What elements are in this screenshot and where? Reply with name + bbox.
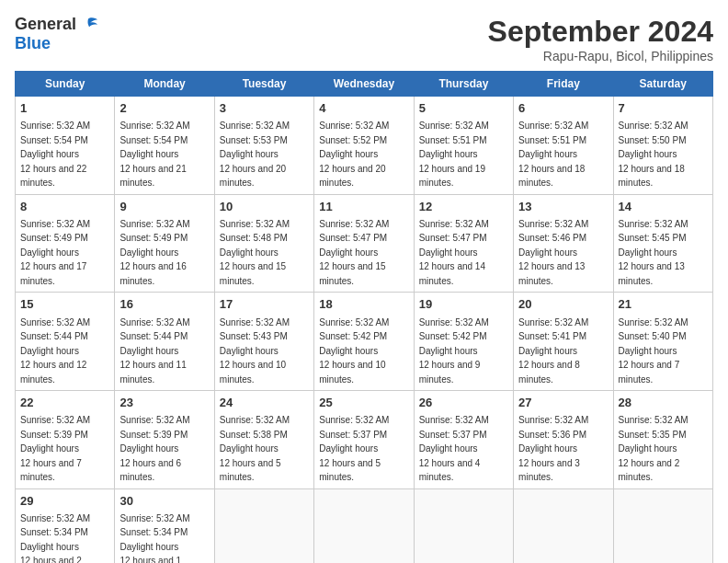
day-info: Sunrise: 5:32 AMSunset: 5:50 PMDaylight … <box>619 121 688 188</box>
calendar-cell <box>314 488 414 563</box>
weekday-header-sunday: Sunday <box>16 72 115 97</box>
day-info: Sunrise: 5:32 AMSunset: 5:41 PMDaylight … <box>518 317 588 385</box>
calendar-cell: 17 Sunrise: 5:32 AMSunset: 5:43 PMDaylig… <box>214 293 313 391</box>
day-number: 28 <box>619 395 708 411</box>
day-info: Sunrise: 5:32 AMSunset: 5:43 PMDaylight … <box>220 317 290 385</box>
day-info: Sunrise: 5:32 AMSunset: 5:38 PMDaylight … <box>220 415 290 482</box>
day-info: Sunrise: 5:32 AMSunset: 5:47 PMDaylight … <box>419 219 489 286</box>
weekday-header-friday: Friday <box>514 72 613 97</box>
day-info: Sunrise: 5:32 AMSunset: 5:45 PMDaylight … <box>619 219 688 286</box>
day-number: 19 <box>419 296 508 313</box>
day-number: 8 <box>20 199 109 215</box>
calendar-week-5: 29 Sunrise: 5:32 AMSunset: 5:34 PMDaylig… <box>16 488 713 563</box>
calendar-cell: 19 Sunrise: 5:32 AMSunset: 5:42 PMDaylig… <box>414 293 513 391</box>
day-info: Sunrise: 5:32 AMSunset: 5:53 PMDaylight … <box>220 121 290 188</box>
calendar-table: SundayMondayTuesdayWednesdayThursdayFrid… <box>15 71 713 563</box>
day-number: 30 <box>119 493 209 510</box>
calendar-week-4: 22 Sunrise: 5:32 AMSunset: 5:39 PMDaylig… <box>16 391 713 489</box>
day-number: 25 <box>319 395 408 411</box>
day-info: Sunrise: 5:32 AMSunset: 5:47 PMDaylight … <box>319 219 389 286</box>
calendar-cell: 5 Sunrise: 5:32 AMSunset: 5:51 PMDayligh… <box>414 97 513 195</box>
calendar-cell: 15 Sunrise: 5:32 AMSunset: 5:44 PMDaylig… <box>16 293 115 391</box>
logo: General Blue <box>15 15 98 53</box>
day-number: 23 <box>119 395 209 411</box>
day-number: 24 <box>220 395 309 411</box>
weekday-header-row: SundayMondayTuesdayWednesdayThursdayFrid… <box>16 72 713 97</box>
calendar-week-2: 8 Sunrise: 5:32 AMSunset: 5:49 PMDayligh… <box>16 194 713 293</box>
calendar-cell: 3 Sunrise: 5:32 AMSunset: 5:53 PMDayligh… <box>214 97 313 195</box>
day-info: Sunrise: 5:32 AMSunset: 5:44 PMDaylight … <box>119 317 189 385</box>
calendar-cell: 6 Sunrise: 5:32 AMSunset: 5:51 PMDayligh… <box>514 97 613 195</box>
day-info: Sunrise: 5:32 AMSunset: 5:34 PMDaylight … <box>20 513 90 563</box>
day-number: 18 <box>319 296 408 313</box>
day-number: 26 <box>419 395 508 411</box>
calendar-cell: 1 Sunrise: 5:32 AMSunset: 5:54 PMDayligh… <box>16 97 115 195</box>
calendar-cell: 11 Sunrise: 5:32 AMSunset: 5:47 PMDaylig… <box>314 194 414 293</box>
day-info: Sunrise: 5:32 AMSunset: 5:46 PMDaylight … <box>518 219 588 286</box>
calendar-cell: 29 Sunrise: 5:32 AMSunset: 5:34 PMDaylig… <box>16 488 115 563</box>
day-number: 29 <box>20 493 109 510</box>
day-info: Sunrise: 5:32 AMSunset: 5:36 PMDaylight … <box>518 415 588 482</box>
day-number: 7 <box>619 100 708 117</box>
month-title: September 2024 <box>488 15 713 49</box>
weekday-header-tuesday: Tuesday <box>214 72 313 97</box>
day-info: Sunrise: 5:32 AMSunset: 5:48 PMDaylight … <box>220 219 290 286</box>
calendar-cell <box>414 488 513 563</box>
day-number: 21 <box>619 296 708 313</box>
calendar-cell: 10 Sunrise: 5:32 AMSunset: 5:48 PMDaylig… <box>214 194 313 293</box>
calendar-cell <box>514 488 613 563</box>
calendar-cell: 16 Sunrise: 5:32 AMSunset: 5:44 PMDaylig… <box>115 293 214 391</box>
calendar-cell: 30 Sunrise: 5:32 AMSunset: 5:34 PMDaylig… <box>115 488 214 563</box>
day-number: 6 <box>518 100 608 117</box>
calendar-cell: 18 Sunrise: 5:32 AMSunset: 5:42 PMDaylig… <box>314 293 414 391</box>
location-subtitle: Rapu-Rapu, Bicol, Philippines <box>488 49 713 63</box>
calendar-cell: 8 Sunrise: 5:32 AMSunset: 5:49 PMDayligh… <box>16 194 115 293</box>
calendar-cell: 24 Sunrise: 5:32 AMSunset: 5:38 PMDaylig… <box>214 391 313 489</box>
weekday-header-monday: Monday <box>115 72 214 97</box>
day-number: 22 <box>20 395 109 411</box>
day-info: Sunrise: 5:32 AMSunset: 5:51 PMDaylight … <box>518 121 588 188</box>
day-info: Sunrise: 5:32 AMSunset: 5:51 PMDaylight … <box>419 121 489 188</box>
calendar-cell: 22 Sunrise: 5:32 AMSunset: 5:39 PMDaylig… <box>16 391 115 489</box>
day-number: 15 <box>20 296 109 313</box>
day-info: Sunrise: 5:32 AMSunset: 5:37 PMDaylight … <box>419 415 489 482</box>
day-info: Sunrise: 5:32 AMSunset: 5:52 PMDaylight … <box>319 121 389 188</box>
day-info: Sunrise: 5:32 AMSunset: 5:35 PMDaylight … <box>619 415 688 482</box>
calendar-cell: 2 Sunrise: 5:32 AMSunset: 5:54 PMDayligh… <box>115 97 214 195</box>
calendar-cell: 26 Sunrise: 5:32 AMSunset: 5:37 PMDaylig… <box>414 391 513 489</box>
calendar-cell: 23 Sunrise: 5:32 AMSunset: 5:39 PMDaylig… <box>115 391 214 489</box>
day-number: 20 <box>518 296 608 313</box>
calendar-cell <box>613 488 712 563</box>
page-header: General Blue September 2024 Rapu-Rapu, B… <box>15 15 713 63</box>
day-info: Sunrise: 5:32 AMSunset: 5:40 PMDaylight … <box>619 317 688 385</box>
day-number: 14 <box>619 199 708 215</box>
calendar-cell: 27 Sunrise: 5:32 AMSunset: 5:36 PMDaylig… <box>514 391 613 489</box>
weekday-header-wednesday: Wednesday <box>314 72 414 97</box>
calendar-cell: 4 Sunrise: 5:32 AMSunset: 5:52 PMDayligh… <box>314 97 414 195</box>
day-info: Sunrise: 5:32 AMSunset: 5:54 PMDaylight … <box>119 121 189 188</box>
calendar-cell: 14 Sunrise: 5:32 AMSunset: 5:45 PMDaylig… <box>613 194 712 293</box>
calendar-body: 1 Sunrise: 5:32 AMSunset: 5:54 PMDayligh… <box>16 97 713 564</box>
calendar-header: SundayMondayTuesdayWednesdayThursdayFrid… <box>16 72 713 97</box>
calendar-cell: 28 Sunrise: 5:32 AMSunset: 5:35 PMDaylig… <box>613 391 712 489</box>
logo-text: General Blue <box>15 15 98 53</box>
day-number: 13 <box>518 199 608 215</box>
title-block: September 2024 Rapu-Rapu, Bicol, Philipp… <box>488 15 713 63</box>
day-info: Sunrise: 5:32 AMSunset: 5:39 PMDaylight … <box>119 415 189 482</box>
calendar-cell: 12 Sunrise: 5:32 AMSunset: 5:47 PMDaylig… <box>414 194 513 293</box>
day-info: Sunrise: 5:32 AMSunset: 5:34 PMDaylight … <box>119 513 189 563</box>
day-number: 11 <box>319 199 408 215</box>
weekday-header-thursday: Thursday <box>414 72 513 97</box>
calendar-cell: 21 Sunrise: 5:32 AMSunset: 5:40 PMDaylig… <box>613 293 712 391</box>
calendar-cell: 25 Sunrise: 5:32 AMSunset: 5:37 PMDaylig… <box>314 391 414 489</box>
day-number: 27 <box>518 395 608 411</box>
calendar-cell: 20 Sunrise: 5:32 AMSunset: 5:41 PMDaylig… <box>514 293 613 391</box>
day-number: 3 <box>220 100 309 117</box>
calendar-cell: 13 Sunrise: 5:32 AMSunset: 5:46 PMDaylig… <box>514 194 613 293</box>
day-number: 4 <box>319 100 408 117</box>
calendar-cell: 9 Sunrise: 5:32 AMSunset: 5:49 PMDayligh… <box>115 194 214 293</box>
calendar-week-3: 15 Sunrise: 5:32 AMSunset: 5:44 PMDaylig… <box>16 293 713 391</box>
day-number: 1 <box>20 100 109 117</box>
day-info: Sunrise: 5:32 AMSunset: 5:44 PMDaylight … <box>20 317 90 385</box>
day-info: Sunrise: 5:32 AMSunset: 5:42 PMDaylight … <box>319 317 389 385</box>
